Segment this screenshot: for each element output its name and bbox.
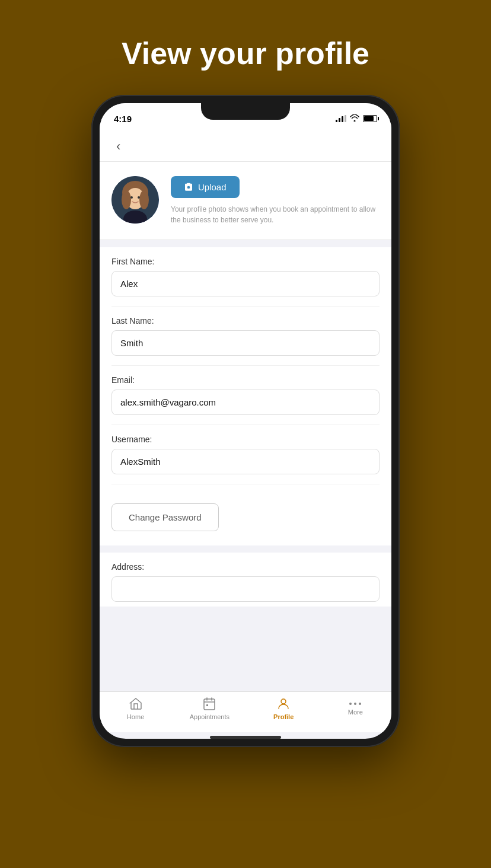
change-password-group: Change Password: [111, 484, 380, 545]
svg-point-7: [138, 196, 140, 199]
avatar: [111, 176, 159, 224]
form-section: First Name: Last Name: Email: Username: …: [100, 247, 391, 545]
first-name-input[interactable]: [111, 271, 380, 296]
address-input[interactable]: [111, 576, 380, 602]
first-name-label: First Name:: [111, 257, 380, 266]
svg-point-15: [354, 703, 356, 705]
email-label: Email:: [111, 375, 380, 385]
tab-appointments[interactable]: Appointments: [190, 697, 229, 720]
email-input[interactable]: [111, 390, 380, 415]
svg-point-6: [130, 196, 133, 199]
upload-label: Upload: [198, 182, 227, 192]
page-background-title: View your profile: [0, 36, 491, 71]
battery-icon: [363, 115, 377, 122]
photo-section: Upload Your profile photo shows when you…: [100, 162, 391, 240]
phone-notch: [201, 103, 290, 120]
svg-point-14: [349, 703, 352, 705]
signal-icon: [336, 115, 346, 122]
photo-hint: Your profile photo shows when you book a…: [171, 204, 380, 225]
appointments-icon: [202, 697, 216, 711]
svg-point-13: [281, 699, 286, 704]
back-button[interactable]: ‹: [111, 136, 125, 157]
address-section: Address:: [100, 553, 391, 607]
svg-point-4: [139, 190, 149, 209]
more-icon: [348, 701, 362, 706]
scroll-content: Upload Your profile photo shows when you…: [100, 162, 391, 691]
home-indicator: [210, 736, 281, 739]
more-tab-label: More: [348, 709, 363, 716]
phone-screen: 4:19: [100, 103, 391, 739]
phone-shell: 4:19: [91, 95, 400, 747]
home-icon: [129, 697, 143, 711]
email-group: Email:: [111, 366, 380, 425]
last-name-group: Last Name:: [111, 307, 380, 366]
svg-rect-8: [204, 699, 215, 710]
svg-point-16: [359, 703, 361, 705]
svg-rect-12: [206, 704, 208, 706]
svg-point-3: [122, 190, 131, 209]
upload-button[interactable]: Upload: [171, 176, 240, 198]
profile-tab-label: Profile: [273, 713, 294, 720]
camera-icon: [184, 183, 193, 192]
username-group: Username:: [111, 425, 380, 484]
wifi-icon: [350, 114, 359, 123]
username-label: Username:: [111, 435, 380, 444]
status-time: 4:19: [114, 114, 132, 124]
appointments-tab-label: Appointments: [190, 713, 229, 720]
home-tab-label: Home: [127, 713, 144, 720]
tab-more[interactable]: More: [337, 701, 373, 716]
tab-profile[interactable]: Profile: [266, 697, 301, 720]
address-label: Address:: [111, 562, 380, 572]
photo-right: Upload Your profile photo shows when you…: [171, 176, 380, 225]
profile-icon: [276, 697, 291, 711]
tab-bar: Home Appointments Profile: [100, 691, 391, 732]
last-name-input[interactable]: [111, 330, 380, 356]
username-input[interactable]: [111, 449, 380, 474]
status-icons: [336, 114, 377, 123]
last-name-label: Last Name:: [111, 316, 380, 326]
nav-bar: ‹: [100, 129, 391, 162]
first-name-group: First Name:: [111, 247, 380, 307]
tab-home[interactable]: Home: [118, 697, 154, 720]
change-password-button[interactable]: Change Password: [111, 503, 219, 531]
